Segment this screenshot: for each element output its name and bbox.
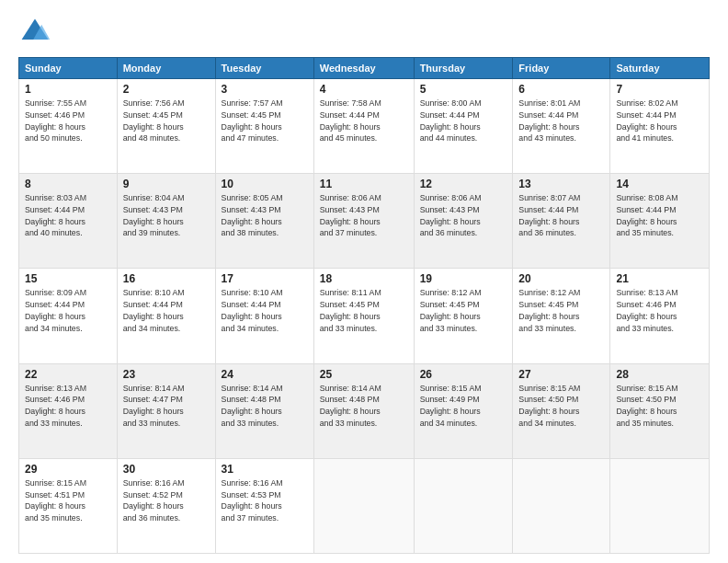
day-info: Sunrise: 8:12 AM Sunset: 4:45 PM Dayligh…: [518, 287, 604, 334]
day-number: 2: [123, 83, 210, 96]
calendar-cell: 19Sunrise: 8:12 AM Sunset: 4:45 PM Dayli…: [414, 269, 513, 363]
day-number: 12: [420, 178, 507, 190]
calendar-cell: 12Sunrise: 8:06 AM Sunset: 4:43 PM Dayli…: [414, 174, 513, 269]
calendar-body: 1Sunrise: 7:55 AM Sunset: 4:46 PM Daylig…: [19, 79, 710, 554]
day-number: 13: [518, 178, 604, 190]
header-row: Sunday Monday Tuesday Wednesday Thursday…: [19, 58, 710, 79]
day-number: 9: [123, 178, 210, 190]
day-number: 24: [222, 368, 308, 381]
calendar-cell: 5Sunrise: 8:00 AM Sunset: 4:44 PM Daylig…: [414, 79, 513, 174]
day-info: Sunrise: 8:15 AM Sunset: 4:49 PM Dayligh…: [420, 383, 507, 430]
calendar-cell: 28Sunrise: 8:15 AM Sunset: 4:50 PM Dayli…: [610, 363, 710, 458]
logo: [18, 15, 57, 48]
calendar-cell: 10Sunrise: 8:05 AM Sunset: 4:43 PM Dayli…: [215, 174, 313, 269]
calendar-cell: 14Sunrise: 8:08 AM Sunset: 4:44 PM Dayli…: [610, 174, 710, 269]
calendar-cell: 29Sunrise: 8:15 AM Sunset: 4:51 PM Dayli…: [19, 458, 118, 553]
calendar-cell: 18Sunrise: 8:11 AM Sunset: 4:45 PM Dayli…: [313, 269, 414, 363]
day-info: Sunrise: 7:57 AM Sunset: 4:45 PM Dayligh…: [222, 98, 308, 144]
day-number: 1: [25, 83, 111, 96]
week-row: 1Sunrise: 7:55 AM Sunset: 4:46 PM Daylig…: [19, 79, 710, 174]
week-row: 22Sunrise: 8:13 AM Sunset: 4:46 PM Dayli…: [19, 363, 710, 458]
col-monday: Monday: [117, 58, 215, 79]
day-info: Sunrise: 8:03 AM Sunset: 4:44 PM Dayligh…: [25, 192, 111, 239]
day-info: Sunrise: 8:10 AM Sunset: 4:44 PM Dayligh…: [222, 287, 308, 334]
calendar-cell: [313, 458, 414, 553]
col-thursday: Thursday: [414, 58, 513, 79]
calendar-cell: 16Sunrise: 8:10 AM Sunset: 4:44 PM Dayli…: [117, 269, 215, 363]
day-number: 20: [518, 272, 604, 285]
col-tuesday: Tuesday: [215, 58, 313, 79]
day-info: Sunrise: 8:09 AM Sunset: 4:44 PM Dayligh…: [25, 287, 111, 334]
day-number: 29: [25, 463, 111, 476]
day-info: Sunrise: 8:07 AM Sunset: 4:44 PM Dayligh…: [518, 192, 604, 239]
day-number: 4: [320, 83, 408, 96]
day-info: Sunrise: 8:14 AM Sunset: 4:48 PM Dayligh…: [222, 383, 308, 430]
day-info: Sunrise: 8:02 AM Sunset: 4:44 PM Dayligh…: [616, 98, 703, 144]
day-info: Sunrise: 8:10 AM Sunset: 4:44 PM Dayligh…: [123, 287, 210, 334]
calendar-cell: [414, 458, 513, 553]
day-number: 28: [616, 368, 703, 381]
col-sunday: Sunday: [19, 58, 118, 79]
day-number: 22: [25, 368, 111, 381]
day-number: 5: [420, 83, 507, 96]
day-number: 8: [25, 178, 111, 190]
day-info: Sunrise: 7:58 AM Sunset: 4:44 PM Dayligh…: [320, 98, 408, 144]
week-row: 15Sunrise: 8:09 AM Sunset: 4:44 PM Dayli…: [19, 269, 710, 363]
calendar-cell: 25Sunrise: 8:14 AM Sunset: 4:48 PM Dayli…: [313, 363, 414, 458]
calendar-cell: 21Sunrise: 8:13 AM Sunset: 4:46 PM Dayli…: [610, 269, 710, 363]
day-info: Sunrise: 8:15 AM Sunset: 4:51 PM Dayligh…: [25, 477, 111, 524]
day-number: 11: [320, 178, 408, 190]
col-wednesday: Wednesday: [313, 58, 414, 79]
col-friday: Friday: [513, 58, 610, 79]
day-number: 18: [320, 272, 408, 285]
day-info: Sunrise: 8:06 AM Sunset: 4:43 PM Dayligh…: [420, 192, 507, 239]
logo-icon: [18, 15, 51, 48]
calendar-cell: 20Sunrise: 8:12 AM Sunset: 4:45 PM Dayli…: [513, 269, 610, 363]
day-number: 7: [616, 83, 703, 96]
day-info: Sunrise: 7:56 AM Sunset: 4:45 PM Dayligh…: [123, 98, 210, 144]
day-info: Sunrise: 7:55 AM Sunset: 4:46 PM Dayligh…: [25, 98, 111, 144]
day-info: Sunrise: 8:15 AM Sunset: 4:50 PM Dayligh…: [616, 383, 703, 430]
calendar-cell: 3Sunrise: 7:57 AM Sunset: 4:45 PM Daylig…: [215, 79, 313, 174]
day-number: 19: [420, 272, 507, 285]
day-info: Sunrise: 8:11 AM Sunset: 4:45 PM Dayligh…: [320, 287, 408, 334]
day-number: 30: [123, 463, 210, 476]
day-info: Sunrise: 8:16 AM Sunset: 4:53 PM Dayligh…: [222, 477, 308, 524]
calendar-cell: 8Sunrise: 8:03 AM Sunset: 4:44 PM Daylig…: [19, 174, 118, 269]
day-number: 26: [420, 368, 507, 381]
week-row: 29Sunrise: 8:15 AM Sunset: 4:51 PM Dayli…: [19, 458, 710, 553]
calendar-cell: 31Sunrise: 8:16 AM Sunset: 4:53 PM Dayli…: [215, 458, 313, 553]
calendar-cell: 24Sunrise: 8:14 AM Sunset: 4:48 PM Dayli…: [215, 363, 313, 458]
calendar-cell: [513, 458, 610, 553]
day-info: Sunrise: 8:14 AM Sunset: 4:47 PM Dayligh…: [123, 383, 210, 430]
calendar-header: Sunday Monday Tuesday Wednesday Thursday…: [19, 58, 710, 79]
day-number: 6: [518, 83, 604, 96]
day-info: Sunrise: 8:12 AM Sunset: 4:45 PM Dayligh…: [420, 287, 507, 334]
calendar-cell: 2Sunrise: 7:56 AM Sunset: 4:45 PM Daylig…: [117, 79, 215, 174]
day-number: 25: [320, 368, 408, 381]
day-number: 3: [222, 83, 308, 96]
day-info: Sunrise: 8:14 AM Sunset: 4:48 PM Dayligh…: [320, 383, 408, 430]
day-info: Sunrise: 8:06 AM Sunset: 4:43 PM Dayligh…: [320, 192, 408, 239]
calendar-cell: 17Sunrise: 8:10 AM Sunset: 4:44 PM Dayli…: [215, 269, 313, 363]
day-number: 21: [616, 272, 703, 285]
calendar-cell: 7Sunrise: 8:02 AM Sunset: 4:44 PM Daylig…: [610, 79, 710, 174]
day-info: Sunrise: 8:16 AM Sunset: 4:52 PM Dayligh…: [123, 477, 210, 524]
calendar-cell: 4Sunrise: 7:58 AM Sunset: 4:44 PM Daylig…: [313, 79, 414, 174]
day-info: Sunrise: 8:08 AM Sunset: 4:44 PM Dayligh…: [616, 192, 703, 239]
day-number: 17: [222, 272, 308, 285]
day-info: Sunrise: 8:01 AM Sunset: 4:44 PM Dayligh…: [518, 98, 604, 144]
day-info: Sunrise: 8:15 AM Sunset: 4:50 PM Dayligh…: [518, 383, 604, 430]
day-info: Sunrise: 8:13 AM Sunset: 4:46 PM Dayligh…: [616, 287, 703, 334]
calendar-cell: 22Sunrise: 8:13 AM Sunset: 4:46 PM Dayli…: [19, 363, 118, 458]
calendar-cell: 15Sunrise: 8:09 AM Sunset: 4:44 PM Dayli…: [19, 269, 118, 363]
day-number: 10: [222, 178, 308, 190]
day-info: Sunrise: 8:13 AM Sunset: 4:46 PM Dayligh…: [25, 383, 111, 430]
calendar-cell: 13Sunrise: 8:07 AM Sunset: 4:44 PM Dayli…: [513, 174, 610, 269]
day-number: 14: [616, 178, 703, 190]
calendar-cell: 1Sunrise: 7:55 AM Sunset: 4:46 PM Daylig…: [19, 79, 118, 174]
day-info: Sunrise: 8:04 AM Sunset: 4:43 PM Dayligh…: [123, 192, 210, 239]
calendar-cell: 30Sunrise: 8:16 AM Sunset: 4:52 PM Dayli…: [117, 458, 215, 553]
calendar-cell: 6Sunrise: 8:01 AM Sunset: 4:44 PM Daylig…: [513, 79, 610, 174]
page: Sunday Monday Tuesday Wednesday Thursday…: [0, 0, 728, 563]
